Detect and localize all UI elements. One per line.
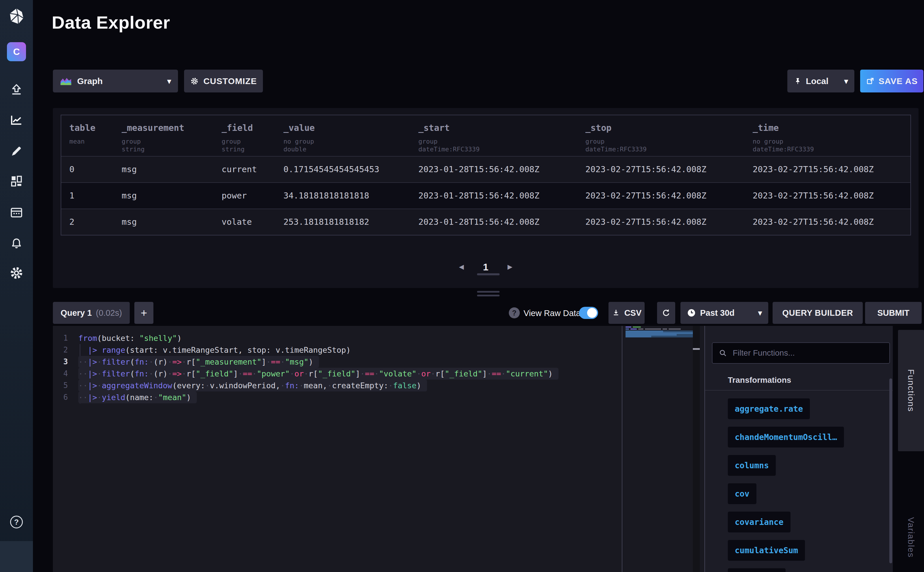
- table-cell: 2023-02-27T15:56:42.008Z: [577, 209, 745, 235]
- minimap-selection: [625, 331, 693, 337]
- question-icon: ?: [512, 309, 516, 317]
- page-title: Data Explorer: [52, 12, 170, 33]
- function-pill[interactable]: aggregate.rate: [728, 398, 810, 419]
- editor-minimap[interactable]: [625, 326, 693, 337]
- table-column-header: _valueno group double: [275, 115, 410, 156]
- prev-page-icon[interactable]: ◀: [459, 263, 464, 271]
- view-type-dropdown[interactable]: Graph ▾: [53, 70, 178, 92]
- influxdb-logo-icon[interactable]: [0, 4, 33, 28]
- function-pill[interactable]: covariance: [728, 511, 790, 532]
- query-tab[interactable]: Query 1 (0.02s): [53, 302, 130, 324]
- editor-scrollbar-thumb[interactable]: [693, 348, 700, 350]
- raw-data-help-button[interactable]: ?: [509, 308, 520, 319]
- page-number[interactable]: 1: [483, 261, 488, 273]
- table-row[interactable]: 1msgpower34.181818181818182023-01-28T15:…: [61, 182, 910, 208]
- functions-panel: Transformations aggregate.ratechandeMome…: [705, 326, 893, 572]
- local-label: Local: [806, 76, 828, 86]
- clock-icon: [687, 308, 696, 317]
- functions-section-header: Transformations: [728, 376, 791, 385]
- sidebar-item-upload[interactable]: [0, 78, 33, 102]
- pin-icon: [794, 77, 802, 85]
- save-as-label: SAVE AS: [879, 76, 918, 86]
- time-range-dropdown[interactable]: Past 30d ▾: [680, 302, 768, 324]
- pane-splitter-handle[interactable]: [477, 295, 499, 296]
- code-line: ··|>·filter(fn:·(r)·=>·r["_field"]·==·"p…: [78, 368, 558, 379]
- filter-functions-searchbox[interactable]: [712, 342, 890, 364]
- table-cell: 2023-01-28T15:56:42.008Z: [410, 183, 577, 208]
- pane-splitter-handle[interactable]: [477, 291, 499, 293]
- page-underline: [477, 273, 499, 275]
- table-cell: 2023-02-27T15:56:42.008Z: [577, 157, 745, 182]
- function-pill[interactable]: chandeMomentumOscill…: [728, 427, 844, 448]
- pencil-icon: [9, 144, 24, 158]
- tab-functions[interactable]: Functions: [898, 330, 924, 451]
- customize-button[interactable]: CUSTOMIZE: [184, 70, 263, 92]
- line-number: 3: [53, 356, 68, 368]
- query-builder-button[interactable]: QUERY BUILDER: [773, 302, 863, 324]
- user-avatar[interactable]: C: [7, 42, 26, 61]
- table-row[interactable]: 2msgvolate253.18181818181822023-01-28T15…: [61, 208, 910, 235]
- download-icon: [612, 309, 620, 317]
- submit-button[interactable]: SUBMIT: [865, 302, 922, 324]
- sidebar: C: [0, 0, 33, 572]
- minimap-line: [625, 328, 693, 330]
- sidebar-item-dashboards[interactable]: [0, 169, 33, 193]
- filter-functions-input[interactable]: [733, 348, 883, 358]
- functions-list: aggregate.ratechandeMomentumOscill…colum…: [728, 398, 844, 572]
- tab-functions-label: Functions: [906, 369, 916, 412]
- sidebar-item-alerts[interactable]: [0, 231, 33, 255]
- gear-icon: [190, 77, 199, 85]
- table-cell: 34.18181818181818: [275, 183, 410, 208]
- table-body: 0msgcurrent0.171545454545454532023-01-28…: [61, 156, 910, 235]
- csv-label: CSV: [624, 308, 642, 318]
- function-pill[interactable]: cov: [728, 483, 756, 504]
- table-cell: 2: [61, 209, 114, 235]
- local-dropdown[interactable]: Local ▾: [787, 70, 854, 92]
- search-icon: [718, 348, 728, 358]
- functions-scrollbar-thumb[interactable]: [889, 378, 892, 563]
- refresh-button[interactable]: [657, 302, 675, 324]
- line-number: 1: [53, 332, 68, 344]
- function-pill-partial[interactable]: [728, 568, 786, 572]
- line-number: 6: [53, 392, 68, 403]
- bell-icon: [9, 236, 24, 250]
- line-chart-icon: [9, 113, 24, 127]
- question-circle-icon: ?: [10, 516, 23, 528]
- table-cell: 0.17154545454545453: [275, 157, 410, 182]
- sidebar-item-edit[interactable]: [0, 139, 33, 163]
- sidebar-item-tasks[interactable]: [0, 200, 33, 224]
- chevron-down-icon: ▾: [758, 309, 762, 317]
- table-cell: msg: [114, 157, 213, 182]
- sidebar-item-settings[interactable]: [0, 261, 33, 285]
- next-page-icon[interactable]: ▶: [507, 263, 512, 271]
- influxdb-logo: [7, 7, 26, 25]
- calendar-icon: [9, 205, 24, 219]
- function-pill[interactable]: cumulativeSum: [728, 540, 805, 561]
- sidebar-item-help[interactable]: ?: [0, 510, 33, 534]
- table-column-header: _stopgroup dateTime:RFC3339: [577, 115, 745, 156]
- editor-scrollbar[interactable]: [693, 326, 700, 572]
- query-duration: (0.02s): [96, 308, 122, 318]
- refresh-icon: [662, 308, 671, 317]
- raw-data-table: tablemean_measurementgroup string_fieldg…: [61, 115, 911, 235]
- table-cell: msg: [114, 209, 213, 235]
- table-cell: power: [213, 183, 275, 208]
- csv-download-button[interactable]: CSV: [608, 302, 645, 324]
- view-raw-data-toggle[interactable]: [579, 307, 598, 319]
- graph-type-icon: [60, 76, 72, 86]
- table-cell: 2023-02-27T15:56:42.008Z: [745, 209, 910, 235]
- gear-icon: [9, 266, 24, 280]
- table-row[interactable]: 0msgcurrent0.171545454545454532023-01-28…: [61, 156, 910, 182]
- flux-code-editor[interactable]: 123456 from(bucket: "shelly") |> range(s…: [53, 326, 705, 572]
- function-pill[interactable]: columns: [728, 455, 776, 476]
- code-line: |> range(start: v.timeRangeStart, stop: …: [78, 344, 558, 356]
- table-cell: 2023-02-27T15:56:42.008Z: [577, 183, 745, 208]
- sidebar-item-data-explorer[interactable]: [0, 108, 33, 132]
- save-as-button[interactable]: SAVE AS: [860, 70, 923, 92]
- code-line: ··|>·yield(name:·"mean"): [78, 392, 558, 403]
- editor-code: from(bucket: "shelly") |> range(start: v…: [78, 332, 558, 403]
- line-number: 2: [53, 344, 68, 356]
- tab-variables[interactable]: Variables: [898, 503, 924, 572]
- add-query-button[interactable]: +: [134, 302, 153, 324]
- table-column-header: tablemean: [61, 115, 114, 156]
